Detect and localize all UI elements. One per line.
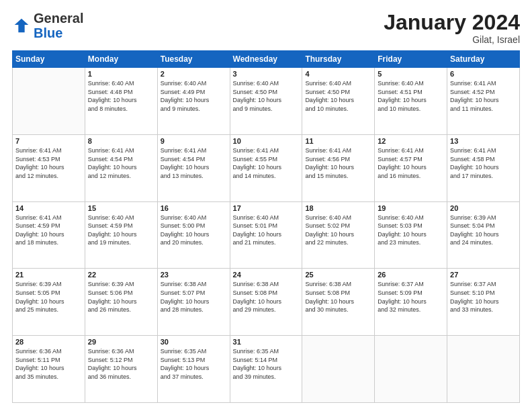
month-title: January 2024 bbox=[384, 11, 520, 34]
day-info: Sunrise: 6:41 AM Sunset: 4:54 PM Dayligh… bbox=[88, 146, 154, 180]
calendar-cell: 18Sunrise: 6:40 AM Sunset: 5:02 PM Dayli… bbox=[302, 201, 375, 269]
calendar-cell: 25Sunrise: 6:38 AM Sunset: 5:08 PM Dayli… bbox=[302, 269, 375, 336]
day-info: Sunrise: 6:38 AM Sunset: 5:07 PM Dayligh… bbox=[161, 280, 227, 314]
day-info: Sunrise: 6:38 AM Sunset: 5:08 PM Dayligh… bbox=[305, 280, 371, 314]
day-number: 30 bbox=[161, 338, 227, 346]
calendar-cell: 19Sunrise: 6:40 AM Sunset: 5:03 PM Dayli… bbox=[375, 201, 447, 269]
calendar-week-row: 28Sunrise: 6:36 AM Sunset: 5:11 PM Dayli… bbox=[13, 336, 520, 403]
day-number: 14 bbox=[15, 204, 82, 212]
calendar-cell: 15Sunrise: 6:40 AM Sunset: 4:59 PM Dayli… bbox=[85, 201, 157, 269]
day-info: Sunrise: 6:41 AM Sunset: 4:53 PM Dayligh… bbox=[15, 146, 82, 180]
day-number: 22 bbox=[88, 271, 154, 279]
day-info: Sunrise: 6:40 AM Sunset: 5:02 PM Dayligh… bbox=[305, 214, 371, 247]
calendar-cell: 21Sunrise: 6:39 AM Sunset: 5:05 PM Dayli… bbox=[13, 269, 85, 336]
calendar-cell: 7Sunrise: 6:41 AM Sunset: 4:53 PM Daylig… bbox=[13, 134, 85, 201]
day-number: 23 bbox=[161, 271, 227, 279]
logo: General Blue bbox=[12, 11, 83, 40]
calendar-cell bbox=[302, 336, 375, 403]
day-number: 18 bbox=[305, 204, 371, 212]
col-tuesday: Tuesday bbox=[157, 51, 230, 68]
calendar-cell: 17Sunrise: 6:40 AM Sunset: 5:01 PM Dayli… bbox=[230, 201, 302, 269]
header: General Blue January 2024 Gilat, Israel bbox=[12, 11, 520, 45]
day-number: 13 bbox=[450, 137, 517, 145]
day-number: 1 bbox=[88, 70, 154, 78]
day-info: Sunrise: 6:40 AM Sunset: 4:51 PM Dayligh… bbox=[378, 79, 444, 113]
day-number: 6 bbox=[450, 70, 517, 78]
day-info: Sunrise: 6:37 AM Sunset: 5:09 PM Dayligh… bbox=[378, 280, 444, 314]
day-number: 4 bbox=[305, 70, 371, 78]
day-number: 20 bbox=[450, 204, 517, 212]
day-info: Sunrise: 6:37 AM Sunset: 5:10 PM Dayligh… bbox=[450, 280, 517, 314]
day-number: 25 bbox=[305, 271, 371, 279]
day-info: Sunrise: 6:39 AM Sunset: 5:06 PM Dayligh… bbox=[88, 280, 154, 314]
day-number: 21 bbox=[15, 271, 82, 279]
calendar-cell: 22Sunrise: 6:39 AM Sunset: 5:06 PM Dayli… bbox=[85, 269, 157, 336]
calendar-cell: 9Sunrise: 6:41 AM Sunset: 4:54 PM Daylig… bbox=[157, 134, 230, 201]
day-info: Sunrise: 6:36 AM Sunset: 5:12 PM Dayligh… bbox=[88, 347, 154, 381]
day-number: 15 bbox=[88, 204, 154, 212]
calendar-cell bbox=[447, 336, 520, 403]
calendar-cell: 14Sunrise: 6:41 AM Sunset: 4:59 PM Dayli… bbox=[13, 201, 85, 269]
day-info: Sunrise: 6:41 AM Sunset: 4:52 PM Dayligh… bbox=[450, 79, 517, 113]
day-number: 26 bbox=[378, 271, 444, 279]
day-info: Sunrise: 6:40 AM Sunset: 4:49 PM Dayligh… bbox=[161, 79, 227, 113]
calendar-week-row: 14Sunrise: 6:41 AM Sunset: 4:59 PM Dayli… bbox=[13, 201, 520, 269]
day-info: Sunrise: 6:40 AM Sunset: 5:03 PM Dayligh… bbox=[378, 214, 444, 247]
day-number: 10 bbox=[233, 137, 300, 145]
col-thursday: Thursday bbox=[302, 51, 375, 68]
calendar-cell bbox=[375, 336, 447, 403]
calendar-cell: 27Sunrise: 6:37 AM Sunset: 5:10 PM Dayli… bbox=[447, 269, 520, 336]
day-number: 29 bbox=[88, 338, 154, 346]
calendar-cell: 26Sunrise: 6:37 AM Sunset: 5:09 PM Dayli… bbox=[375, 269, 447, 336]
day-info: Sunrise: 6:40 AM Sunset: 4:59 PM Dayligh… bbox=[88, 214, 154, 247]
col-monday: Monday bbox=[85, 51, 157, 68]
calendar-cell: 13Sunrise: 6:41 AM Sunset: 4:58 PM Dayli… bbox=[447, 134, 520, 201]
logo-blue-text: Blue bbox=[34, 26, 62, 40]
calendar-cell: 6Sunrise: 6:41 AM Sunset: 4:52 PM Daylig… bbox=[447, 68, 520, 135]
calendar-header-row: Sunday Monday Tuesday Wednesday Thursday… bbox=[13, 51, 520, 68]
calendar-cell: 12Sunrise: 6:41 AM Sunset: 4:57 PM Dayli… bbox=[375, 134, 447, 201]
title-block: January 2024 Gilat, Israel bbox=[384, 11, 520, 45]
day-info: Sunrise: 6:40 AM Sunset: 5:00 PM Dayligh… bbox=[161, 214, 227, 247]
day-info: Sunrise: 6:38 AM Sunset: 5:08 PM Dayligh… bbox=[233, 280, 300, 314]
col-friday: Friday bbox=[375, 51, 447, 68]
day-number: 2 bbox=[161, 70, 227, 78]
day-info: Sunrise: 6:35 AM Sunset: 5:13 PM Dayligh… bbox=[161, 347, 227, 381]
calendar-cell: 10Sunrise: 6:41 AM Sunset: 4:55 PM Dayli… bbox=[230, 134, 302, 201]
day-info: Sunrise: 6:41 AM Sunset: 4:58 PM Dayligh… bbox=[450, 146, 517, 180]
calendar-cell: 11Sunrise: 6:41 AM Sunset: 4:56 PM Dayli… bbox=[302, 134, 375, 201]
day-info: Sunrise: 6:41 AM Sunset: 4:56 PM Dayligh… bbox=[305, 146, 371, 180]
calendar-cell: 16Sunrise: 6:40 AM Sunset: 5:00 PM Dayli… bbox=[157, 201, 230, 269]
svg-marker-0 bbox=[15, 19, 29, 33]
day-number: 7 bbox=[15, 137, 82, 145]
calendar-week-row: 21Sunrise: 6:39 AM Sunset: 5:05 PM Dayli… bbox=[13, 269, 520, 336]
calendar-cell: 24Sunrise: 6:38 AM Sunset: 5:08 PM Dayli… bbox=[230, 269, 302, 336]
day-number: 5 bbox=[378, 70, 444, 78]
day-info: Sunrise: 6:41 AM Sunset: 4:55 PM Dayligh… bbox=[233, 146, 300, 180]
calendar-cell: 1Sunrise: 6:40 AM Sunset: 4:48 PM Daylig… bbox=[85, 68, 157, 135]
calendar-cell: 3Sunrise: 6:40 AM Sunset: 4:50 PM Daylig… bbox=[230, 68, 302, 135]
day-number: 3 bbox=[233, 70, 300, 78]
day-info: Sunrise: 6:40 AM Sunset: 5:01 PM Dayligh… bbox=[233, 214, 300, 247]
day-info: Sunrise: 6:41 AM Sunset: 4:54 PM Dayligh… bbox=[161, 146, 227, 180]
day-info: Sunrise: 6:35 AM Sunset: 5:14 PM Dayligh… bbox=[233, 347, 300, 381]
day-info: Sunrise: 6:41 AM Sunset: 4:59 PM Dayligh… bbox=[15, 214, 82, 247]
col-sunday: Sunday bbox=[13, 51, 85, 68]
day-number: 31 bbox=[233, 338, 300, 346]
day-info: Sunrise: 6:40 AM Sunset: 4:48 PM Dayligh… bbox=[88, 79, 154, 113]
day-info: Sunrise: 6:36 AM Sunset: 5:11 PM Dayligh… bbox=[15, 347, 82, 381]
calendar-cell: 28Sunrise: 6:36 AM Sunset: 5:11 PM Dayli… bbox=[13, 336, 85, 403]
calendar-week-row: 7Sunrise: 6:41 AM Sunset: 4:53 PM Daylig… bbox=[13, 134, 520, 201]
calendar-cell bbox=[13, 68, 85, 135]
calendar-cell: 20Sunrise: 6:39 AM Sunset: 5:04 PM Dayli… bbox=[447, 201, 520, 269]
day-number: 19 bbox=[378, 204, 444, 212]
calendar-cell: 8Sunrise: 6:41 AM Sunset: 4:54 PM Daylig… bbox=[85, 134, 157, 201]
day-number: 24 bbox=[233, 271, 300, 279]
page: General Blue January 2024 Gilat, Israel … bbox=[0, 0, 532, 411]
day-number: 27 bbox=[450, 271, 517, 279]
calendar-week-row: 1Sunrise: 6:40 AM Sunset: 4:48 PM Daylig… bbox=[13, 68, 520, 135]
col-saturday: Saturday bbox=[447, 51, 520, 68]
day-number: 17 bbox=[233, 204, 300, 212]
day-info: Sunrise: 6:40 AM Sunset: 4:50 PM Dayligh… bbox=[305, 79, 371, 113]
calendar-table: Sunday Monday Tuesday Wednesday Thursday… bbox=[12, 50, 520, 403]
